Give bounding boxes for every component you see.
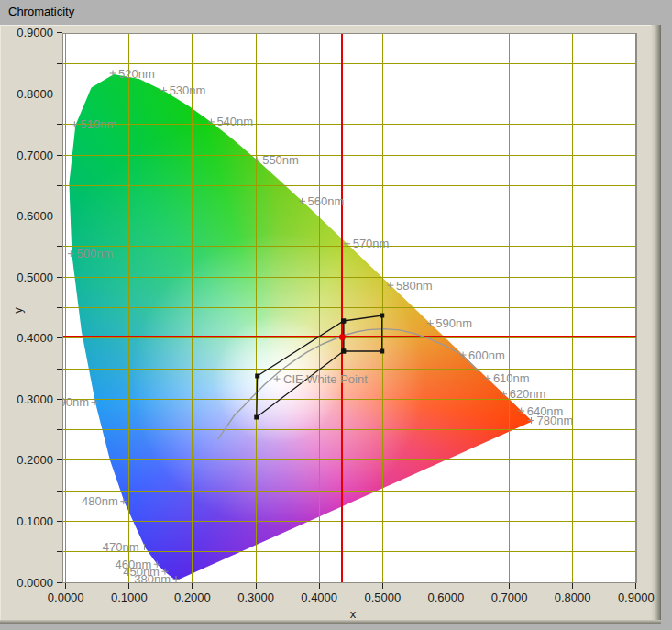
- panel-right-edge: [651, 25, 661, 623]
- window-title: Chromaticity: [0, 0, 672, 25]
- y-axis-title: y: [11, 304, 25, 317]
- chromaticity-window: Chromaticity x y 380nm450nm460nm470nm480…: [0, 0, 672, 630]
- cie-gamut-horseshoe: [63, 34, 637, 583]
- x-axis-title: x: [347, 607, 359, 621]
- chromaticity-plot-area[interactable]: [62, 33, 637, 583]
- panel-bottom-edge: [0, 620, 661, 624]
